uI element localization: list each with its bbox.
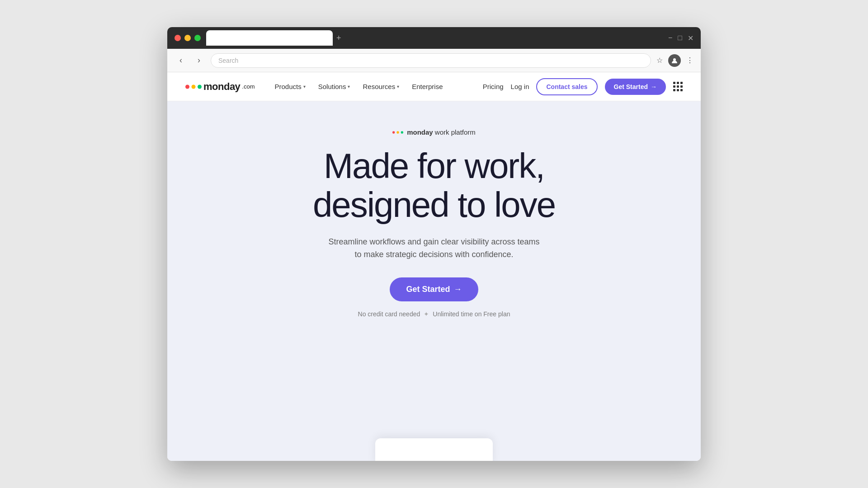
site-nav: monday.com Products ▾ Solutions ▾ Resour… xyxy=(167,72,701,101)
solutions-chevron: ▾ xyxy=(348,84,350,89)
browser-controls: − □ ✕ xyxy=(668,34,693,42)
browser-tabs: + xyxy=(206,30,663,46)
bookmark-icon[interactable]: ☆ xyxy=(656,56,663,65)
minimize-traffic-light[interactable] xyxy=(184,35,191,41)
nav-resources[interactable]: Resources ▾ xyxy=(357,79,405,94)
nav-right: Pricing Log in Contact sales Get Started… xyxy=(483,78,683,95)
forward-button[interactable]: › xyxy=(193,54,205,67)
logo-mark xyxy=(185,81,202,92)
minimize-button[interactable]: − xyxy=(668,34,672,42)
nav-products[interactable]: Products ▾ xyxy=(269,79,311,94)
cta-arrow-icon: → xyxy=(454,285,462,294)
svg-point-6 xyxy=(401,131,403,133)
nav-enterprise[interactable]: Enterprise xyxy=(406,79,448,94)
contact-sales-button[interactable]: Contact sales xyxy=(536,78,597,95)
browser-titlebar: + − □ ✕ xyxy=(167,27,701,49)
profile-icon[interactable] xyxy=(668,54,681,67)
svg-point-4 xyxy=(392,131,395,133)
address-bar[interactable]: Search xyxy=(211,53,651,68)
hero-badge-text: monday work platform xyxy=(407,128,476,136)
get-started-hero-button[interactable]: Get Started → xyxy=(390,277,478,301)
svg-point-5 xyxy=(396,131,399,133)
active-tab[interactable] xyxy=(206,30,333,46)
hero-bottom-preview-card xyxy=(375,438,493,461)
svg-point-1 xyxy=(185,84,189,89)
apps-grid-icon[interactable] xyxy=(673,82,683,91)
maximize-button[interactable]: □ xyxy=(678,34,682,42)
nav-login[interactable]: Log in xyxy=(511,83,529,90)
logo-com: .com xyxy=(242,83,255,90)
logo[interactable]: monday.com xyxy=(185,81,255,93)
hero-badge: monday work platform xyxy=(392,128,476,136)
nav-pricing[interactable]: Pricing xyxy=(483,83,504,90)
nav-solutions[interactable]: Solutions ▾ xyxy=(313,79,356,94)
products-chevron: ▾ xyxy=(303,84,306,89)
resources-chevron: ▾ xyxy=(397,84,399,89)
back-button[interactable]: ‹ xyxy=(175,54,187,67)
browser-window: + − □ ✕ ‹ › Search ☆ ⋮ xyxy=(167,27,701,461)
traffic-lights xyxy=(175,35,201,41)
hero-footnote: No credit card needed ✦ Unlimited time o… xyxy=(358,310,510,318)
more-options-icon[interactable]: ⋮ xyxy=(686,56,693,65)
search-placeholder: Search xyxy=(218,57,238,64)
svg-point-3 xyxy=(198,84,202,89)
hero-title: Made for work, designed to love xyxy=(313,147,555,225)
close-traffic-light[interactable] xyxy=(175,35,181,41)
toolbar-actions: ☆ ⋮ xyxy=(656,54,693,67)
new-tab-button[interactable]: + xyxy=(336,33,341,43)
hero-badge-logo-icon xyxy=(392,129,403,136)
nav-links: Products ▾ Solutions ▾ Resources ▾ Enter… xyxy=(269,79,483,94)
get-started-arrow-icon: → xyxy=(651,83,657,90)
get-started-nav-button[interactable]: Get Started → xyxy=(605,79,666,95)
logo-text: monday xyxy=(203,81,240,93)
hero-section: monday work platform Made for work, desi… xyxy=(167,101,701,461)
maximize-traffic-light[interactable] xyxy=(194,35,201,41)
hero-subtitle: Streamline workflows and gain clear visi… xyxy=(328,235,539,262)
browser-toolbar: ‹ › Search ☆ ⋮ xyxy=(167,49,701,72)
close-button[interactable]: ✕ xyxy=(688,34,693,42)
svg-point-2 xyxy=(192,84,196,89)
website-content: monday.com Products ▾ Solutions ▾ Resour… xyxy=(167,72,701,461)
